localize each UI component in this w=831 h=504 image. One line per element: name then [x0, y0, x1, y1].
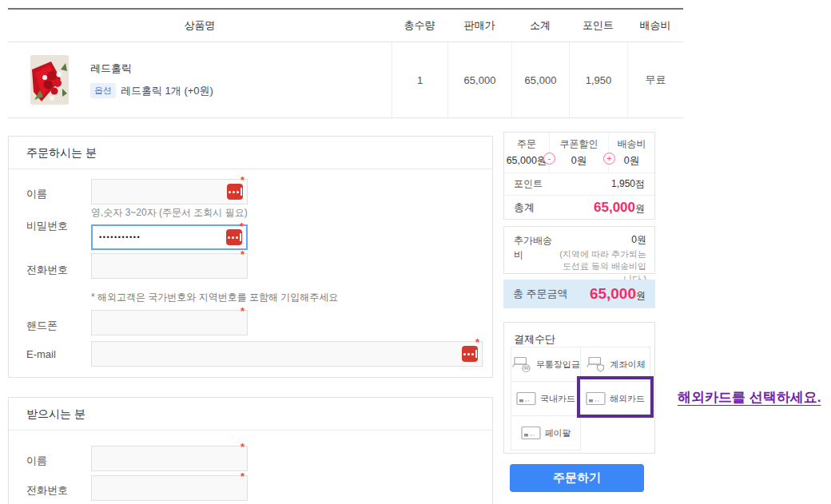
- orderer-phone-label: 전화번호: [26, 263, 68, 277]
- price-summary-box: 주문 65,000원 쿠폰할인 0원 배송비 0원 - + 포인트 1,950점…: [503, 132, 655, 220]
- col-header-subtotal: 소계: [511, 10, 569, 42]
- credit-card-icon: [586, 391, 606, 406]
- payment-method-overseas-card[interactable]: 해외카드: [580, 381, 650, 416]
- password-hint: 영,숫자 3~20자 (주문서 조회시 필요): [91, 206, 248, 220]
- grand-total-box: 총 주문금액 65,000원: [503, 280, 655, 308]
- autofill-extension-icon[interactable]: [226, 229, 242, 245]
- required-asterisk: *: [241, 305, 245, 317]
- overseas-phone-note: * 해외고객은 국가번호와 지역번호를 포함해 기입해주세요: [91, 291, 338, 304]
- summary-total-row: 총계 65,000원: [504, 195, 654, 219]
- product-image: [30, 55, 69, 105]
- cell-points: 1,950: [569, 42, 627, 117]
- recipient-name-label: 이름: [26, 454, 47, 468]
- payment-method-bank-deposit[interactable]: ₩ 무통장입금: [511, 347, 581, 382]
- plus-operator-icon: +: [603, 153, 615, 165]
- password-masked-value: •••••••••••: [99, 233, 141, 241]
- col-header-shipping: 배송비: [627, 10, 683, 42]
- orderer-email-input[interactable]: *: [91, 341, 483, 367]
- annotation-select-overseas-card: 해외카드를 선택하세요.: [678, 388, 821, 407]
- summary-order-amount: 주문 65,000원: [504, 133, 549, 173]
- payment-method-paypal[interactable]: 페이팔: [511, 415, 581, 450]
- payment-method-section: 결제수단 ₩ 무통장입금 계좌이체: [503, 322, 655, 454]
- svg-text:₩: ₩: [523, 365, 529, 371]
- col-header-points: 포인트: [569, 10, 627, 42]
- cell-total-qty: 1: [392, 42, 447, 117]
- summary-points-row: 포인트 1,950점: [504, 173, 654, 195]
- order-product-table: 상품명 총수량 판매가 소계 포인트 배송비: [8, 8, 683, 118]
- required-asterisk: *: [241, 470, 245, 482]
- cell-subtotal: 65,000: [511, 42, 569, 117]
- recipient-phone-input[interactable]: *: [91, 475, 248, 501]
- total-amount: 65,000: [594, 200, 635, 215]
- recipient-name-input[interactable]: *: [91, 446, 248, 471]
- extra-shipping-value: 0원: [557, 233, 646, 247]
- orderer-mobile-label: 핸드폰: [26, 319, 58, 333]
- summary-coupon-discount: 쿠폰할인 0원: [549, 133, 608, 173]
- payment-method-title: 결제수단: [504, 323, 654, 347]
- orderer-email-label: E-mail: [26, 348, 56, 360]
- autofill-extension-icon[interactable]: [227, 184, 243, 200]
- option-text: 레드홀릭 1개 (+0원): [121, 84, 213, 98]
- col-header-total-qty: 총수량: [392, 10, 447, 42]
- grand-total-amount: 65,000: [590, 285, 636, 302]
- recipient-phone-label: 전화번호: [26, 483, 68, 498]
- option-badge: 옵션: [90, 83, 116, 98]
- orderer-name-input[interactable]: *: [91, 179, 248, 204]
- laptop-won-icon: ₩: [511, 356, 532, 373]
- table-row: 레드홀릭 옵션 레드홀릭 1개 (+0원) 1 65,000 65,000 1,…: [8, 42, 683, 118]
- table-header-row: 상품명 총수량 판매가 소계 포인트 배송비: [8, 8, 683, 42]
- cell-price: 65,000: [447, 42, 511, 117]
- grand-total-label: 총 주문금액: [513, 287, 568, 301]
- required-asterisk: *: [241, 441, 245, 453]
- orderer-section-title: 주문하시는 분: [9, 137, 492, 169]
- laptop-shield-icon: [586, 356, 606, 373]
- minus-operator-icon: -: [543, 153, 555, 165]
- orderer-name-label: 이름: [26, 187, 47, 201]
- payment-method-domestic-card[interactable]: 국내카드: [511, 381, 581, 416]
- place-order-button[interactable]: 주문하기: [510, 464, 644, 492]
- col-header-product-name: 상품명: [8, 10, 392, 42]
- recipient-section-title: 받으시는 분: [9, 398, 492, 431]
- orderer-phone-input[interactable]: *: [91, 253, 248, 279]
- required-asterisk: *: [241, 248, 245, 260]
- orderer-mobile-input[interactable]: *: [91, 310, 248, 335]
- orderer-password-input[interactable]: ••••••••••• *: [91, 224, 248, 250]
- orderer-section: 주문하시는 분 이름 * 영,숫자 3~20자 (주문서 조회시 필요) 비밀번…: [8, 136, 493, 378]
- product-name[interactable]: 레드홀릭: [90, 62, 213, 76]
- orderer-password-label: 비밀번호: [26, 219, 68, 233]
- credit-card-icon: [516, 391, 536, 406]
- extra-shipping-box: 추가배송비 0원 (지역에 따라 추가되는 도선료 등의 배송비입니다.): [503, 226, 655, 274]
- extra-shipping-label: 추가배송비: [514, 233, 557, 267]
- credit-card-icon: [521, 426, 541, 440]
- autofill-extension-icon[interactable]: [462, 346, 478, 362]
- summary-shipping-fee: 배송비 0원: [608, 133, 654, 173]
- cell-shipping-fee: 무료: [627, 42, 683, 117]
- payment-method-account-transfer[interactable]: 계좌이체: [580, 347, 650, 382]
- recipient-section: 받으시는 분 이름 * 전화번호 *: [8, 397, 493, 504]
- col-header-price: 판매가: [447, 10, 511, 42]
